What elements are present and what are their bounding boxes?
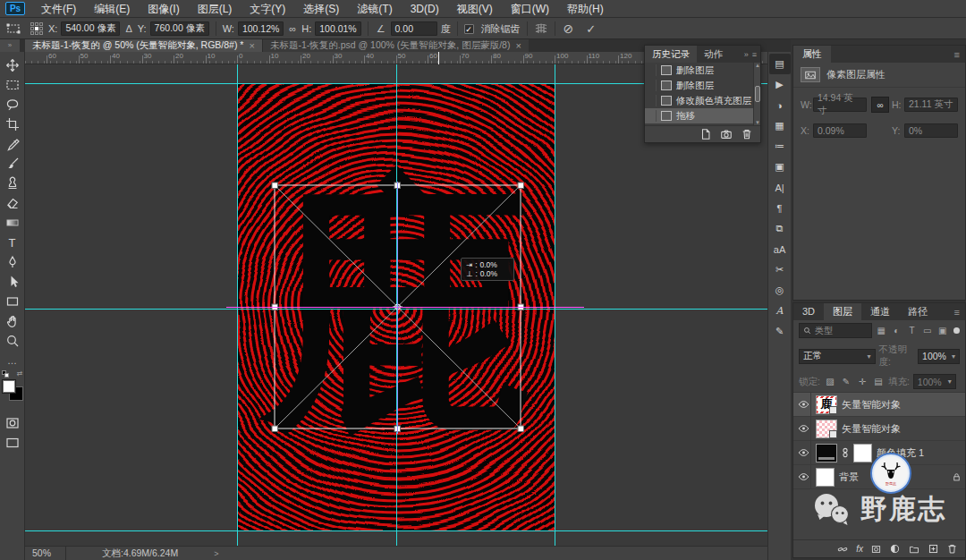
gradient-tool[interactable] — [1, 213, 24, 233]
new-snapshot-icon[interactable] — [720, 128, 733, 140]
lock-all-icon[interactable]: ▤ — [872, 377, 885, 386]
new-layer-icon[interactable] — [928, 543, 939, 555]
layer-name[interactable]: 背景 — [839, 471, 859, 484]
default-colors-icon[interactable] — [2, 370, 9, 378]
dock-color-icon[interactable]: ◑ — [769, 95, 791, 115]
fill-select[interactable]: 100%▾ — [913, 374, 956, 389]
screen-mode-button[interactable] — [1, 433, 24, 453]
dock-clone-source-icon[interactable]: ▣ — [769, 157, 791, 177]
history-item-selected[interactable]: 拖移 — [645, 108, 760, 123]
visibility-eye-icon[interactable] — [797, 417, 811, 441]
dock-navigator-icon[interactable]: ◎ — [769, 280, 791, 301]
warp-mode-button[interactable] — [534, 21, 548, 36]
antialias-checkbox[interactable]: ✓ — [464, 24, 474, 34]
status-options-chevron[interactable]: > — [187, 549, 218, 558]
commit-transform-button[interactable]: ✓ — [584, 22, 597, 36]
reference-point-locator[interactable] — [30, 22, 43, 35]
lasso-tool[interactable] — [1, 95, 24, 115]
tab-3d[interactable]: 3D — [793, 303, 824, 320]
lock-position-icon[interactable]: ✛ — [856, 377, 869, 386]
history-item[interactable]: 删除图层 — [645, 78, 760, 93]
pen-tool[interactable] — [1, 252, 24, 272]
history-source-checkbox[interactable] — [648, 110, 657, 122]
tab-properties[interactable]: 属性 — [793, 46, 831, 63]
maintain-aspect-link-icon[interactable]: ∞ — [287, 23, 298, 34]
layer-thumbnail[interactable] — [816, 420, 837, 438]
delete-state-icon[interactable] — [741, 128, 753, 140]
layer-thumbnail[interactable] — [816, 468, 835, 487]
x-position-field[interactable]: 540.00 像素 — [61, 21, 120, 36]
menu-item-help[interactable]: 帮助(H) — [558, 0, 613, 18]
document-tab-active[interactable]: 未标题-1-恢复的 @ 50% (矢量智能对象, RGB/8#) * × — [25, 39, 262, 52]
layer-mask-thumbnail[interactable] — [853, 444, 872, 462]
move-tool[interactable] — [1, 55, 24, 75]
panel-menu-icon[interactable]: ≡ — [954, 49, 965, 60]
prop-width-field[interactable]: 14.94 英寸 — [813, 98, 867, 112]
menu-item-type[interactable]: 文字(Y) — [241, 0, 294, 18]
lock-image-pixels-icon[interactable]: ✎ — [840, 377, 852, 386]
menu-item-layer[interactable]: 图层(L) — [189, 0, 242, 18]
tab-actions[interactable]: 动作 — [697, 46, 730, 63]
blend-mode-select[interactable]: 正常▾ — [799, 349, 876, 364]
crop-tool[interactable] — [1, 115, 24, 134]
adjustment-layer-icon[interactable] — [889, 543, 901, 555]
layer-name[interactable]: 矢量智能对象 — [842, 422, 901, 436]
layer-name[interactable]: 矢量智能对象 — [842, 398, 901, 412]
menu-item-view[interactable]: 视图(V) — [448, 0, 502, 18]
prop-height-field[interactable]: 21.11 英寸 — [904, 98, 958, 112]
menu-item-filter[interactable]: 滤镜(T) — [348, 0, 401, 18]
tab-layers[interactable]: 图层 — [824, 303, 861, 320]
link-dimensions-icon[interactable]: ∞ — [871, 97, 889, 113]
eyedropper-tool[interactable] — [1, 134, 24, 154]
history-source-checkbox[interactable] — [648, 80, 657, 91]
filter-type-layers-icon[interactable]: T — [906, 326, 918, 335]
clone-stamp-tool[interactable] — [1, 174, 24, 193]
close-tab-icon[interactable]: × — [249, 40, 254, 51]
zoom-tool[interactable] — [1, 331, 24, 351]
transform-tool-preset-icon[interactable] — [5, 21, 21, 36]
brush-tool[interactable] — [1, 154, 24, 174]
photoshop-logo[interactable]: Ps — [5, 2, 25, 15]
visibility-eye-icon[interactable] — [797, 393, 811, 417]
visibility-eye-icon[interactable] — [797, 441, 811, 465]
collapse-panel-icon[interactable]: » — [744, 50, 749, 59]
dock-character-styles-icon[interactable]: aA — [769, 239, 791, 259]
document-tab-inactive[interactable]: 未标题-1-恢复的.psd @ 100% (矢量智能对象, 图层蒙版/8) × — [262, 39, 529, 52]
relative-position-toggle[interactable]: Δ — [123, 23, 133, 34]
menu-item-select[interactable]: 选择(S) — [294, 0, 348, 18]
more-tools-button[interactable]: … — [1, 351, 24, 370]
prop-y-field[interactable]: 0% — [904, 123, 958, 138]
height-scale-field[interactable]: 100.01% — [315, 21, 360, 36]
delete-layer-icon[interactable] — [946, 543, 958, 555]
dock-glyphs-icon[interactable]: A — [769, 301, 791, 321]
menu-item-edit[interactable]: 编辑(E) — [85, 0, 139, 18]
dock-character-icon[interactable]: A| — [769, 177, 791, 198]
cancel-transform-button[interactable]: ⊘ — [562, 21, 576, 36]
lock-transparent-pixels-icon[interactable]: ▨ — [824, 377, 836, 386]
hand-tool[interactable] — [1, 311, 24, 331]
dock-tool-presets-icon[interactable]: ✂ — [769, 259, 791, 280]
new-group-icon[interactable] — [908, 544, 920, 555]
history-scrollbar[interactable]: ▲▼ — [753, 63, 760, 125]
layer-thumbnail[interactable]: 鹿 — [816, 395, 837, 414]
prop-x-field[interactable]: 0.09% — [813, 123, 867, 138]
rotation-field[interactable]: 0.00 — [391, 21, 437, 36]
shape-tool[interactable] — [1, 292, 24, 311]
menu-item-window[interactable]: 窗口(W) — [502, 0, 558, 18]
tab-channels[interactable]: 通道 — [861, 303, 899, 320]
quick-mask-button[interactable] — [1, 413, 24, 433]
tab-history[interactable]: 历史记录 — [645, 46, 697, 63]
width-scale-field[interactable]: 100.12% — [238, 21, 284, 36]
layer-row-smart-object-bottom[interactable]: 矢量智能对象 — [793, 417, 965, 441]
eraser-tool[interactable] — [1, 193, 24, 213]
tab-overflow-icon[interactable]: » — [0, 39, 20, 52]
type-tool[interactable]: T — [1, 233, 24, 252]
swap-colors-icon[interactable]: ⇄ — [17, 369, 23, 378]
dock-brush-settings-icon[interactable]: ≔ — [769, 136, 791, 157]
panel-menu-icon[interactable]: ≡ — [752, 50, 757, 59]
tab-paths[interactable]: 路径 — [899, 303, 936, 320]
menu-item-3d[interactable]: 3D(D) — [402, 0, 448, 18]
history-source-checkbox[interactable] — [648, 95, 657, 106]
filter-adjustment-layers-icon[interactable]: ◐ — [891, 326, 902, 335]
visibility-eye-icon[interactable] — [797, 465, 811, 489]
